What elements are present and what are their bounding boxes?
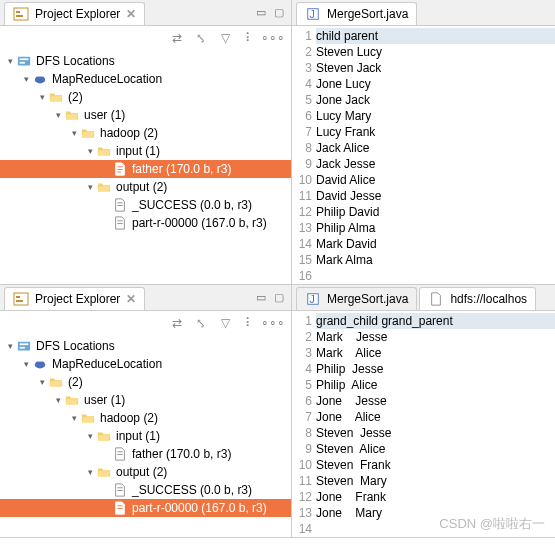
maximize-icon[interactable]: ▢	[271, 290, 287, 306]
close-icon[interactable]: ✕	[126, 292, 136, 306]
file-icon	[112, 161, 128, 177]
tree-row[interactable]: ▾hadoop (2)	[0, 409, 291, 427]
file-icon	[112, 197, 128, 213]
code-area[interactable]: 12345678910111213141516 child parentStev…	[292, 26, 555, 284]
code-line: Mark Alice	[316, 345, 555, 361]
project-explorer-tab[interactable]: Project Explorer ✕	[4, 287, 145, 310]
svg-rect-13	[117, 205, 122, 206]
more-icon[interactable]: ∘∘∘	[265, 30, 281, 46]
svg-rect-22	[20, 343, 29, 345]
svg-point-7	[36, 76, 40, 80]
tree-row-location[interactable]: ▾MapReduceLocation	[0, 355, 291, 373]
watermark: CSDN @啦啦右一	[439, 515, 545, 533]
folder-open-icon	[96, 179, 112, 195]
dfs-icon	[16, 53, 32, 69]
tree-row[interactable]: ▾hadoop (2)	[0, 124, 291, 142]
code-line: Jack Jesse	[316, 156, 555, 172]
tree-row-selected[interactable]: part-r-00000 (167.0 b, r3)	[0, 499, 291, 517]
collapse-all-icon[interactable]: ⇄	[169, 315, 185, 331]
close-icon[interactable]: ✕	[126, 7, 136, 21]
code-line: Lucy Frank	[316, 124, 555, 140]
code-line: Steven Jack	[316, 60, 555, 76]
svg-rect-32	[117, 508, 122, 509]
explorer-toolbar: ⇄ ⤣ ▽ ⠇ ∘∘∘	[0, 26, 291, 50]
tree-row-selected[interactable]: father (170.0 b, r3)	[0, 160, 291, 178]
code-line: Philip Jesse	[316, 361, 555, 377]
tree-row[interactable]: _SUCCESS (0.0 b, r3)	[0, 196, 291, 214]
minimize-icon[interactable]: ▭	[253, 290, 269, 306]
svg-rect-14	[117, 220, 122, 221]
svg-rect-30	[117, 490, 122, 491]
tree-row-dfs[interactable]: ▾DFS Locations	[0, 52, 291, 70]
code-line: Steven Frank	[316, 457, 555, 473]
project-explorer-tab[interactable]: Project Explorer ✕	[4, 2, 145, 25]
code-line: David Jesse	[316, 188, 555, 204]
tree-row[interactable]: ▾user (1)	[0, 391, 291, 409]
folder-open-icon	[96, 428, 112, 444]
svg-rect-9	[117, 166, 122, 167]
editor-tab-bar: J MergeSort.java	[292, 0, 555, 26]
link-editor-icon[interactable]: ⤣	[193, 30, 209, 46]
tree-row[interactable]: father (170.0 b, r3)	[0, 445, 291, 463]
project-explorer-label: Project Explorer	[35, 7, 120, 21]
svg-text:J: J	[310, 8, 315, 20]
tree-row-dfs[interactable]: ▾DFS Locations	[0, 337, 291, 355]
view-menu-icon[interactable]: ⠇	[241, 315, 257, 331]
code-line: Lucy Mary	[316, 108, 555, 124]
filter-icon[interactable]: ▽	[217, 30, 233, 46]
explorer-tab-bar: Project Explorer ✕ ▭ ▢	[0, 0, 291, 26]
tree-row[interactable]: _SUCCESS (0.0 b, r3)	[0, 481, 291, 499]
collapse-all-icon[interactable]: ⇄	[169, 30, 185, 46]
svg-rect-2	[16, 15, 23, 17]
svg-rect-5	[20, 62, 25, 64]
explorer-icon	[13, 6, 29, 22]
folder-open-icon	[48, 89, 64, 105]
svg-rect-12	[117, 202, 122, 203]
svg-point-25	[36, 361, 40, 365]
code-line: Steven Alice	[316, 441, 555, 457]
more-icon[interactable]: ∘∘∘	[265, 315, 281, 331]
tree-row[interactable]: ▾input (1)	[0, 427, 291, 445]
code-line: Steven Jesse	[316, 425, 555, 441]
maximize-icon[interactable]: ▢	[271, 5, 287, 21]
code-line: Jone Alice	[316, 409, 555, 425]
tree-row[interactable]: part-r-00000 (167.0 b, r3)	[0, 214, 291, 232]
code-line: Jone Frank	[316, 489, 555, 505]
code-line: Mark David	[316, 236, 555, 252]
tree-row[interactable]: ▾input (1)	[0, 142, 291, 160]
file-icon	[112, 482, 128, 498]
java-icon: J	[305, 291, 321, 307]
svg-rect-19	[16, 296, 20, 298]
editor-tab[interactable]: J MergeSort.java	[296, 287, 417, 310]
svg-point-8	[41, 76, 45, 80]
folder-open-icon	[64, 392, 80, 408]
code-line: child parent	[316, 28, 555, 44]
code-line: Steven Lucy	[316, 44, 555, 60]
elephant-icon	[32, 71, 48, 87]
code-line: Jone Lucy	[316, 76, 555, 92]
tree-row[interactable]: ▾(2)	[0, 88, 291, 106]
code-line	[316, 268, 555, 284]
explorer-icon	[13, 291, 29, 307]
svg-rect-11	[117, 172, 121, 173]
tree-row[interactable]: ▾output (2)	[0, 178, 291, 196]
tree-row[interactable]: ▾user (1)	[0, 106, 291, 124]
editor-tab-bar: J MergeSort.java hdfs://localhos	[292, 285, 555, 311]
tree-row-location[interactable]: ▾MapReduceLocation	[0, 70, 291, 88]
dfs-icon	[16, 338, 32, 354]
filter-icon[interactable]: ▽	[217, 315, 233, 331]
svg-text:J: J	[310, 293, 315, 305]
view-menu-icon[interactable]: ⠇	[241, 30, 257, 46]
link-editor-icon[interactable]: ⤣	[193, 315, 209, 331]
tree-row[interactable]: ▾(2)	[0, 373, 291, 391]
tree: ▾DFS Locations ▾MapReduceLocation ▾(2) ▾…	[0, 50, 291, 240]
editor-tab[interactable]: J MergeSort.java	[296, 2, 417, 25]
code-line: Mark Alma	[316, 252, 555, 268]
folder-open-icon	[96, 143, 112, 159]
file-icon	[112, 215, 128, 231]
minimize-icon[interactable]: ▭	[253, 5, 269, 21]
editor-tab-hdfs[interactable]: hdfs://localhos	[419, 287, 536, 310]
code-area[interactable]: 1234567891011121314 grand_child grand_pa…	[292, 311, 555, 537]
tree-row[interactable]: ▾output (2)	[0, 463, 291, 481]
folder-open-icon	[96, 464, 112, 480]
